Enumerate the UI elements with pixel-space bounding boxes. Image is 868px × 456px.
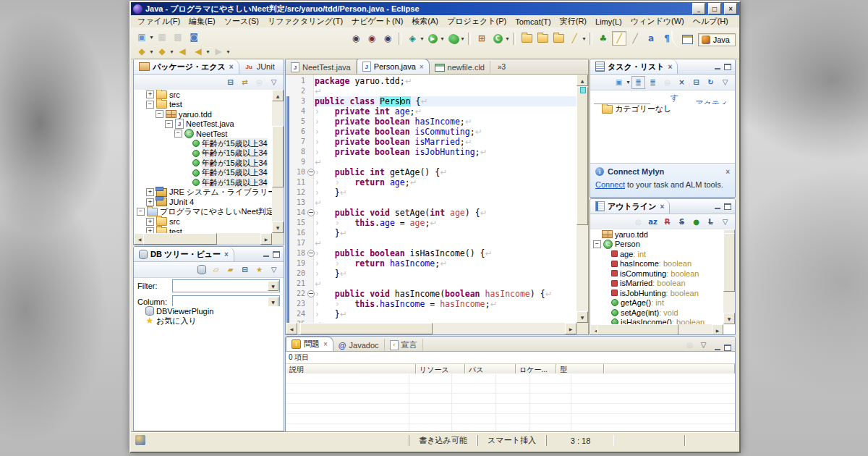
new-class-icon[interactable]: C [490, 31, 505, 46]
code-line[interactable]: 4private int age; [286, 106, 576, 117]
close-view-icon[interactable] [224, 250, 229, 258]
expand-icon[interactable] [146, 188, 154, 196]
previous-annotation-icon[interactable]: ◆ [155, 44, 169, 59]
dropdown-arrow-icon[interactable]: ▼ [205, 49, 210, 54]
scroll-thumb[interactable] [143, 233, 216, 245]
code-editor[interactable]: 1package yaruo.tdd;23public class Person… [286, 75, 576, 323]
fold-collapse-icon[interactable] [307, 250, 315, 257]
menu-item[interactable]: ウィンドウ(W) [626, 15, 689, 28]
scrollbar[interactable] [576, 75, 588, 323]
minimize-view-button[interactable] [714, 345, 721, 351]
code-line[interactable]: 23this.hasIncome = hasIncome; [286, 299, 576, 309]
expand-icon[interactable] [146, 218, 154, 226]
collapse-icon[interactable] [156, 110, 163, 118]
scroll-arrow-icon[interactable] [712, 324, 723, 335]
sort-icon[interactable]: az [646, 216, 660, 229]
scrollbar[interactable] [134, 233, 272, 245]
code-line[interactable]: 11return age; [286, 177, 576, 187]
tree-item[interactable]: Person [590, 240, 723, 250]
editor-tab[interactable]: newfile.cld [430, 61, 490, 74]
view-tab[interactable]: パッケージ・エクス [134, 59, 239, 74]
tree-item[interactable]: test [134, 100, 272, 110]
tree-item[interactable]: JUnit 4 [134, 198, 272, 208]
scrollbar[interactable] [723, 229, 735, 324]
tree-item[interactable]: getAge() : int [590, 298, 723, 308]
minimize-window-button[interactable]: _ [692, 3, 705, 14]
tree-item[interactable]: src [134, 90, 272, 100]
dropdown-arrow-icon[interactable]: ▼ [505, 36, 510, 41]
fold-collapse-icon[interactable] [307, 209, 315, 216]
menu-item[interactable]: ヘルプ(H) [689, 15, 733, 28]
menu-item[interactable]: Tomcat(T) [511, 17, 556, 27]
close-notification-icon[interactable] [726, 168, 730, 176]
group-by-category-icon[interactable]: ≣ [631, 76, 645, 89]
tree-item[interactable]: 年齢が15歳以上34 [134, 159, 272, 169]
scroll-thumb[interactable] [576, 87, 588, 225]
fold-collapse-icon[interactable] [307, 290, 315, 297]
menu-item[interactable]: Limy(L) [591, 17, 626, 27]
dropdown-arrow-icon[interactable]: ▼ [460, 36, 465, 41]
maximize-view-button[interactable] [273, 251, 280, 258]
close-view-icon[interactable] [660, 203, 665, 211]
debug-icon[interactable]: ◈ [405, 31, 420, 46]
tree-item[interactable]: isJobHunting : boolean [590, 288, 723, 298]
last-edit-location-icon[interactable]: ◀ [175, 44, 190, 59]
scroll-thumb[interactable] [300, 323, 433, 334]
collapse-icon[interactable] [165, 120, 173, 128]
view-tab[interactable]: アウトライン [590, 199, 670, 214]
scroll-arrow-icon[interactable] [565, 323, 576, 334]
code-line[interactable]: 1package yaruo.tdd; [286, 76, 576, 86]
menu-item[interactable]: ソース(S) [220, 15, 263, 28]
focus-icon[interactable]: ◎ [660, 76, 674, 89]
code-line[interactable]: 13 [286, 198, 576, 208]
maximize-window-button[interactable]: □ [708, 3, 721, 14]
hide-non-public-icon[interactable]: ● [689, 216, 703, 229]
maximize-view-button[interactable] [724, 64, 731, 70]
scroll-arrow-icon[interactable] [576, 75, 588, 86]
dropdown-arrow-icon[interactable]: ▼ [420, 36, 425, 41]
collapse-icon[interactable] [593, 240, 601, 248]
pen-gray-icon[interactable]: ╱ [628, 31, 642, 46]
bookmark-icon[interactable]: ★ [252, 263, 266, 276]
menu-item[interactable]: プロジェクト(P) [443, 15, 511, 28]
tree-item[interactable]: 年齢が15歳以上34 [134, 139, 272, 149]
dropdown-arrow-icon[interactable]: ▼ [149, 49, 154, 54]
close-tab-icon[interactable] [420, 63, 424, 71]
tree-item[interactable]: 年齢が15歳以上34 [134, 178, 272, 188]
tree-item[interactable]: test [134, 227, 272, 233]
code-line[interactable]: 20} [286, 269, 576, 279]
tree-item[interactable]: isHasIncome() : boolean [590, 318, 723, 325]
plugin-tool-2-icon[interactable]: ◉ [365, 31, 379, 46]
code-line[interactable]: 19return hasIncome; [286, 258, 576, 269]
delete-icon[interactable]: × [675, 76, 689, 89]
scroll-arrow-icon[interactable] [272, 221, 284, 233]
collapse-icon[interactable] [146, 101, 154, 109]
annotations-toggle-icon[interactable]: a [644, 31, 658, 46]
export-tool-icon[interactable]: ▰ [224, 263, 237, 276]
code-line[interactable]: 8private boolean isJobHunting; [286, 147, 576, 157]
problems-tab[interactable]: 問題 [286, 337, 333, 351]
tree-item[interactable]: hasIncome : boolean [590, 259, 723, 269]
code-line[interactable]: 12} [286, 187, 576, 198]
db-connect-icon[interactable] [195, 263, 208, 276]
filter-icon[interactable]: ◎ [683, 338, 697, 351]
tree-item[interactable]: カテゴリーなし [590, 104, 735, 114]
view-menu-icon[interactable]: ▽ [718, 76, 732, 89]
scroll-thumb[interactable] [272, 126, 284, 187]
folder-tool-1-icon[interactable] [519, 31, 534, 46]
folder-tool-3-icon[interactable] [551, 31, 566, 46]
view-menu-icon[interactable]: ▽ [697, 338, 710, 351]
scroll-arrow-icon[interactable] [272, 90, 284, 101]
link-with-editor-icon[interactable]: ⇄ [238, 76, 252, 89]
expand-icon[interactable] [146, 198, 154, 206]
code-line[interactable]: 22public void hasIncome(boolean hasIncom… [286, 289, 576, 299]
code-line[interactable]: 24} [286, 309, 576, 319]
view-tab[interactable]: DB ツリー・ビュー [134, 247, 234, 261]
minimize-view-button[interactable] [263, 251, 270, 258]
tree-item[interactable]: isMarried : boolean [590, 279, 723, 289]
tree-item[interactable]: src [134, 217, 272, 227]
code-line[interactable]: 7private boolean isMarried; [286, 137, 576, 147]
code-line[interactable]: 6private boolean isCommuting; [286, 127, 576, 137]
code-line[interactable]: 18public boolean isHasIncome() { [286, 248, 576, 258]
dropdown-arrow-icon[interactable]: ▼ [149, 35, 154, 40]
